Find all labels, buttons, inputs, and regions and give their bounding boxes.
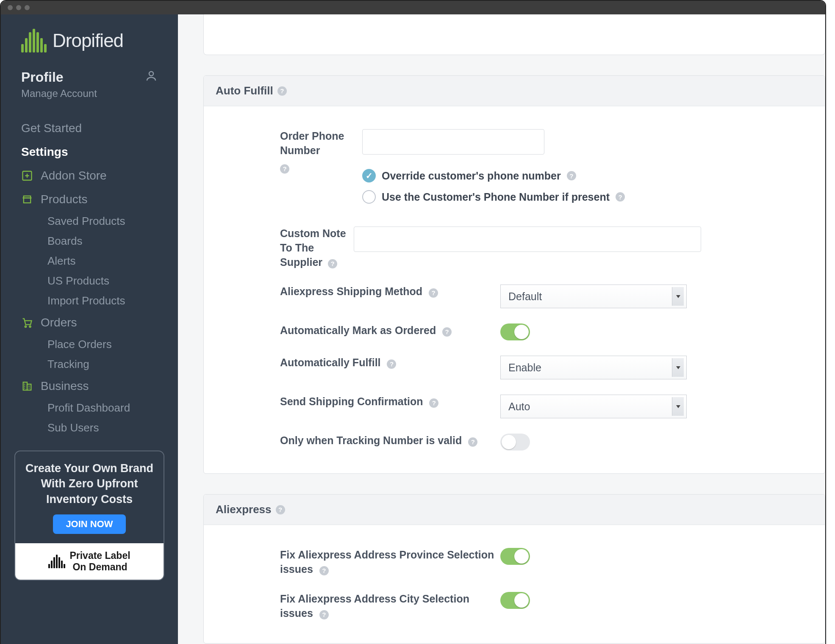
toggle-fix-province[interactable] [500,548,530,565]
help-icon[interactable]: ? [616,192,625,202]
help-icon[interactable]: ? [567,171,576,180]
previous-panel-bottom [203,14,825,55]
nav-label: Addon Store [41,169,107,182]
panel-auto-fulfill: Auto Fulfill ? Order Phone Number ? [203,75,825,474]
nav-us-products[interactable]: US Products [1,271,178,291]
promo-card: Create Your Own Brand With Zero Upfront … [14,451,164,580]
plus-square-icon [21,170,33,182]
row-use-customer-phone[interactable]: Use the Customer's Phone Number if prese… [362,190,625,204]
nav-settings[interactable]: Settings [1,140,178,164]
select-ali-shipping[interactable]: Default [500,285,687,308]
panel-body: Order Phone Number ? Override customer's… [204,106,825,473]
label-only-tracking: Only when Tracking Number is valid ? [208,434,500,448]
nav-import-products[interactable]: Import Products [1,291,178,311]
help-icon[interactable]: ? [280,164,289,174]
panel-body: Fix Aliexpress Address Province Selectio… [204,525,825,643]
chevron-down-icon [672,397,684,416]
label-custom-note: Custom Note To The Supplier ? [208,227,352,269]
app-window: Dropified Profile Manage Account Get Sta… [0,0,826,644]
label-override-phone: Override customer's phone number [382,170,561,182]
profile-block: Profile Manage Account [1,69,178,108]
nav-orders[interactable]: Orders [1,311,178,334]
titlebar [1,1,825,14]
brand-name: Dropified [53,30,123,51]
help-icon[interactable]: ? [387,359,396,369]
label-auto-mark: Automatically Mark as Ordered ? [208,323,500,338]
nav-tracking[interactable]: Tracking [1,354,178,374]
label-fix-city: Fix Aliexpress Address City Selection is… [208,592,500,621]
help-icon[interactable]: ? [429,398,438,408]
label-send-shipping: Send Shipping Confirmation ? [208,395,500,409]
nav-label: Orders [41,316,77,329]
row-override-phone[interactable]: Override customer's phone number ? [362,169,625,182]
help-icon[interactable]: ? [468,437,477,447]
select-auto-fulfill[interactable]: Enable [500,356,687,379]
brand-logo[interactable]: Dropified [1,25,178,69]
nav-products[interactable]: Products [1,188,178,211]
toggle-only-tracking[interactable] [500,434,530,451]
profile-manage-link[interactable]: Manage Account [21,88,97,100]
help-icon[interactable]: ? [319,610,329,619]
svg-rect-5 [27,384,31,390]
help-icon[interactable]: ? [276,505,285,514]
help-icon[interactable]: ? [429,288,438,298]
radio-unchecked-icon[interactable] [362,190,376,204]
nav-alerts[interactable]: Alerts [1,251,178,271]
panel-aliexpress: Aliexpress ? Fix Aliexpress Address Prov… [203,494,825,644]
toggle-fix-city[interactable] [500,592,530,609]
promo-join-button[interactable]: JOIN NOW [53,514,125,534]
input-order-phone[interactable] [362,129,544,155]
toggle-auto-mark[interactable] [500,323,530,340]
promo-footer[interactable]: Private LabelOn Demand [15,543,164,580]
select-send-shipping[interactable]: Auto [500,395,687,418]
select-value: Enable [508,362,541,374]
nav-get-started[interactable]: Get Started [1,116,178,140]
help-icon[interactable]: ? [328,259,337,268]
nav-boards[interactable]: Boards [1,231,178,251]
sound-bars-icon [48,555,65,568]
row-only-tracking: Only when Tracking Number is valid ? [208,426,821,458]
sidebar: Dropified Profile Manage Account Get Sta… [1,14,178,644]
label-use-customer-phone: Use the Customer's Phone Number if prese… [382,191,610,203]
promo-headline: Create Your Own Brand With Zero Upfront … [15,451,164,514]
chevron-down-icon [672,358,684,377]
help-icon[interactable]: ? [319,566,329,575]
checkbox-checked-icon[interactable] [362,169,376,182]
chevron-down-icon [672,287,684,306]
row-send-shipping: Send Shipping Confirmation ? Auto [208,387,821,426]
nav-sub-users[interactable]: Sub Users [1,418,178,438]
label-order-phone: Order Phone Number ? [208,129,361,174]
row-auto-mark: Automatically Mark as Ordered ? [208,316,821,348]
window-dot [25,5,30,10]
row-fix-province: Fix Aliexpress Address Province Selectio… [208,540,821,584]
nav-profit-dashboard[interactable]: Profit Dashboard [1,398,178,418]
label-ali-shipping: Aliexpress Shipping Method ? [208,285,500,299]
nav-place-orders[interactable]: Place Orders [1,334,178,354]
nav-addon-store[interactable]: Addon Store [1,164,178,188]
svg-point-3 [29,326,31,328]
input-custom-note[interactable] [354,227,701,252]
user-icon[interactable] [145,69,158,82]
panel-title: Auto Fulfill [216,84,273,97]
help-icon[interactable]: ? [442,327,452,337]
svg-rect-4 [23,382,27,390]
nav: Get Started Settings Addon Store Product… [1,108,178,438]
select-value: Auto [508,401,530,413]
storefront-icon [21,193,33,205]
app-body: Dropified Profile Manage Account Get Sta… [1,14,825,644]
label-fix-province: Fix Aliexpress Address Province Selectio… [208,548,500,577]
nav-saved-products[interactable]: Saved Products [1,211,178,231]
row-auto-fulfill: Automatically Fulfill ? Enable [208,348,821,387]
cart-icon [21,317,33,329]
profile-title: Profile [21,69,97,85]
nav-business[interactable]: Business [1,374,178,398]
label-auto-fulfill: Automatically Fulfill ? [208,356,500,370]
svg-point-2 [25,326,27,328]
building-icon [21,380,33,392]
window-dot [16,5,21,10]
help-icon[interactable]: ? [277,86,287,96]
row-order-phone: Order Phone Number ? Override customer's… [208,122,821,219]
row-fix-city: Fix Aliexpress Address City Selection is… [208,584,821,628]
panel-title: Aliexpress [216,503,272,516]
nav-label: Products [41,193,88,206]
